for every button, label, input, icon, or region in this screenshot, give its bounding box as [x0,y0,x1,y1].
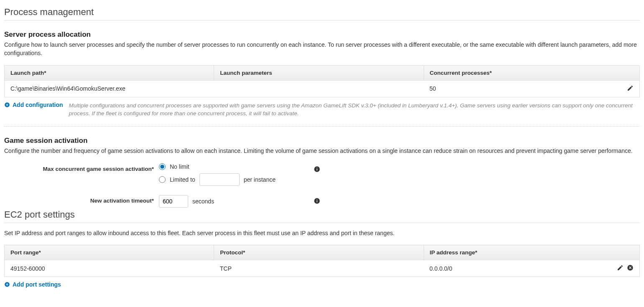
add-configuration-label: Add configuration [13,101,63,108]
col-header-port-range: Port range* [5,245,214,260]
remove-icon[interactable] [627,264,634,272]
edit-icon[interactable] [627,85,634,93]
plus-circle-icon [4,102,10,108]
radio-limited-to-label: Limited to [170,176,195,183]
col-header-launch-params: Launch parameters [214,65,424,80]
cell-concurrent: 50 [429,85,436,92]
cell-port-range: 49152-60000 [5,260,214,277]
add-port-settings-button[interactable]: Add port settings [4,281,61,288]
ec2-port-table: Port range* Protocol* IP address range* … [4,245,640,277]
info-icon[interactable] [314,198,320,206]
server-allocation-description: Configure how to launch server processes… [4,41,640,58]
cell-launch-params [214,80,424,97]
subsection-title-server-allocation: Server process allocation [4,30,640,39]
add-port-settings-label: Add port settings [13,281,61,288]
seconds-label: seconds [192,198,214,205]
radio-limited-to[interactable] [159,176,166,183]
info-icon[interactable] [314,166,320,174]
svg-rect-2 [317,169,317,171]
table-row: 49152-60000 TCP 0.0.0.0/0 [5,260,640,277]
add-configuration-button[interactable]: Add configuration [4,101,63,108]
col-header-concurrent: Concurrent processes* [424,65,639,80]
svg-rect-5 [317,200,317,203]
server-process-table: Launch path* Launch parameters Concurren… [4,65,640,97]
col-header-launch-path: Launch path* [5,65,214,80]
section-title-process-management: Process management [4,7,640,20]
cell-launch-path: C:\game\Binaries\Win64\GomokuServer.exe [5,80,214,97]
limited-to-input[interactable] [199,173,240,186]
plus-circle-icon [4,282,10,287]
server-allocation-note: Multiple configurations and concurrent p… [69,101,640,118]
svg-rect-3 [317,167,317,168]
col-header-protocol: Protocol* [214,245,424,260]
timeout-label: New activation timeout* [4,195,159,208]
cell-protocol: TCP [214,260,424,277]
per-instance-label: per instance [244,176,276,183]
table-row: C:\game\Binaries\Win64\GomokuServer.exe … [5,80,640,97]
section-title-ec2-port: EC2 port settings [4,209,640,223]
session-activation-description: Configure the number and frequency of ga… [4,147,640,155]
radio-no-limit-label: No limit [170,163,189,170]
timeout-input[interactable] [159,195,188,208]
radio-no-limit[interactable] [159,163,166,170]
col-header-ip-range: IP address range* [424,245,639,260]
subsection-title-session-activation: Game session activation [4,137,640,145]
svg-rect-6 [317,199,317,200]
edit-icon[interactable] [617,264,624,272]
cell-ip-range: 0.0.0.0/0 [429,265,452,272]
ec2-description: Set IP address and port ranges to allow … [4,229,640,237]
max-concurrent-label: Max concurrent game session activation* [4,163,159,186]
